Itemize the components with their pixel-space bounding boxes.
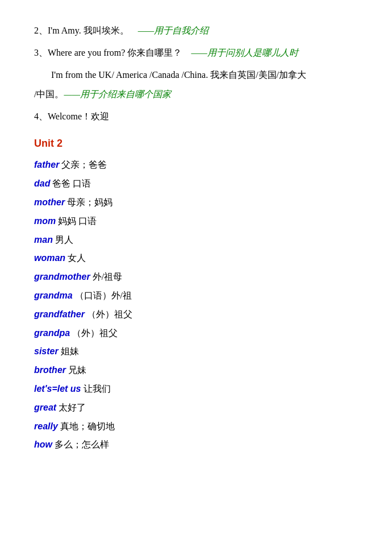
item-3-indent-text: I'm from the UK/ America /Canada /China.…: [51, 70, 306, 80]
vocab-dad: dad 爸爸 口语: [34, 176, 358, 192]
vocab-def-really: 真地；确切地: [60, 421, 115, 431]
vocab-def-grandmother: 外/祖母: [93, 272, 122, 281]
vocab-word-mom: mom: [34, 216, 56, 226]
vocab-mother: mother 母亲；妈妈: [34, 194, 358, 211]
vocab-def-mom: 妈妈 口语: [58, 216, 97, 226]
vocab-sister: sister 姐妹: [34, 343, 358, 360]
vocab-brother: brother 兄妹: [34, 362, 358, 379]
vocab-def-woman: 女人: [68, 253, 86, 263]
item-3-text: 3、Where are you from? 你来自哪里？ ——用于问别人是哪儿人…: [34, 48, 298, 57]
item-3-indent-continuation: /中国。——用于介绍来自哪个国家: [34, 86, 358, 103]
vocab-def-man: 男人: [55, 235, 73, 245]
vocab-great: great 太好了: [34, 400, 358, 416]
item-3-continuation-text: /中国。: [34, 89, 64, 99]
vocab-word-mother: mother: [34, 197, 65, 207]
vocab-word-man: man: [34, 235, 53, 245]
item-2-annotation: ——用于自我介绍: [138, 26, 208, 35]
vocab-word-brother: brother: [34, 365, 66, 375]
vocab-word-father: father: [34, 160, 59, 169]
vocab-lets: let's=let us 让我们: [34, 381, 358, 397]
vocab-man: man 男人: [34, 232, 358, 248]
vocab-def-mother: 母亲；妈妈: [67, 197, 112, 207]
vocab-def-sister: 姐妹: [61, 346, 79, 356]
item-3-indent-annotation: ——用于介绍来自哪个国家: [64, 89, 170, 99]
vocab-word-grandfather: grandfather: [34, 309, 85, 319]
vocab-def-how: 多么；怎么样: [55, 440, 109, 449]
vocab-grandmother: grandmother 外/祖母: [34, 269, 358, 285]
vocab-word-grandma: grandma: [34, 291, 73, 300]
item-3: 3、Where are you from? 你来自哪里？ ——用于问别人是哪儿人…: [34, 45, 358, 61]
vocab-def-dad: 爸爸 口语: [52, 179, 91, 188]
vocab-def-grandpa: （外）祖父: [72, 328, 118, 338]
vocab-word-sister: sister: [34, 346, 59, 356]
vocab-word-grandpa: grandpa: [34, 328, 70, 338]
vocab-how: how 多么；怎么样: [34, 437, 358, 453]
item-3-annotation: ——用于问别人是哪儿人时: [191, 48, 298, 57]
vocab-grandfather: grandfather （外）祖父: [34, 307, 358, 323]
vocab-grandma: grandma （口语）外/祖: [34, 288, 358, 304]
vocab-def-brother: 兄妹: [68, 365, 86, 375]
vocab-word-lets: let's=let us: [34, 384, 81, 394]
vocab-def-grandfather: （外）祖父: [87, 309, 132, 319]
vocab-word-really: really: [34, 421, 58, 431]
vocab-word-great: great: [34, 403, 56, 412]
item-2-content: 、I'm Amy. 我叫埃米。: [39, 26, 138, 35]
item-4: 4、Welcome！欢迎: [34, 109, 358, 125]
vocab-word-grandmother: grandmother: [34, 272, 90, 281]
item-3-indent: I'm from the UK/ America /Canada /China.…: [34, 67, 358, 84]
item-3-content: 、Where are you from? 你来自哪里？: [39, 48, 191, 57]
unit-title: Unit 2: [34, 134, 358, 152]
vocab-mom: mom 妈妈 口语: [34, 213, 358, 230]
vocab-def-father: 父亲；爸爸: [61, 160, 107, 169]
item-2: 2、I'm Amy. 我叫埃米。 ——用于自我介绍: [34, 23, 358, 39]
item-2-text: 2、I'm Amy. 我叫埃米。 ——用于自我介绍: [34, 26, 208, 35]
vocab-woman: woman 女人: [34, 250, 358, 267]
vocab-def-great: 太好了: [59, 403, 86, 412]
vocab-word-how: how: [34, 440, 52, 449]
vocab-word-dad: dad: [34, 179, 50, 188]
vocab-grandpa: grandpa （外）祖父: [34, 325, 358, 342]
vocab-father: father 父亲；爸爸: [34, 157, 358, 173]
vocabulary-list: father 父亲；爸爸 dad 爸爸 口语 mother 母亲；妈妈 mom …: [34, 157, 358, 453]
item-4-content: 4、Welcome！欢迎: [34, 111, 109, 121]
vocab-really: really 真地；确切地: [34, 419, 358, 435]
vocab-def-lets: 让我们: [84, 384, 111, 394]
vocab-word-woman: woman: [34, 253, 65, 263]
vocab-def-grandma: （口语）外/祖: [75, 291, 132, 300]
